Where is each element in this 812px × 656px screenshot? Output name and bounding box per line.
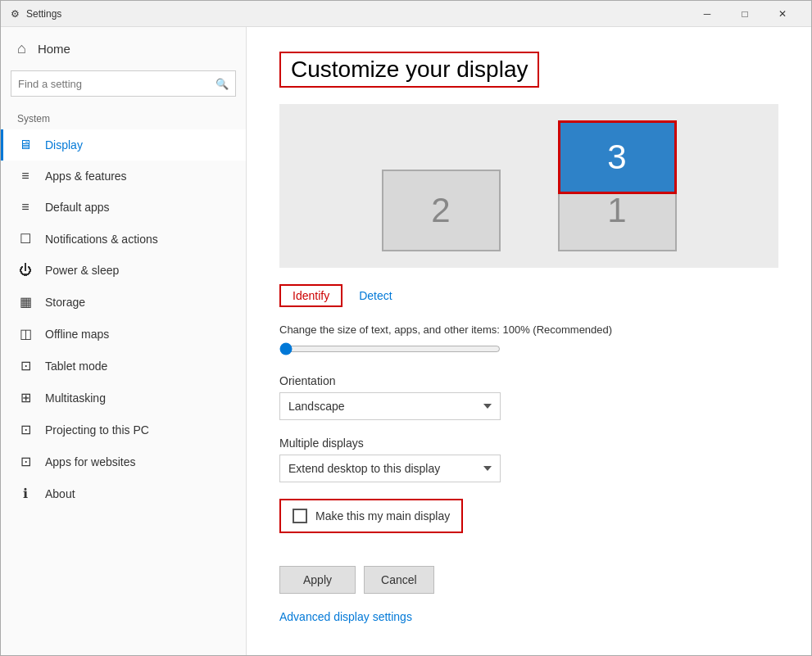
sidebar-item-label-apps-features: Apps & features: [45, 170, 127, 183]
search-box[interactable]: 🔍: [11, 70, 236, 97]
sidebar-item-apps-features[interactable]: ≡ Apps & features: [1, 161, 246, 192]
monitor-group: 2 1 3: [382, 120, 677, 251]
orientation-label: Orientation: [279, 374, 778, 387]
maximize-button[interactable]: □: [726, 1, 764, 27]
sidebar-item-projecting[interactable]: ⊡ Projecting to this PC: [1, 414, 246, 446]
sidebar-item-tablet-mode[interactable]: ⊡ Tablet mode: [1, 350, 246, 382]
apply-button[interactable]: Apply: [279, 566, 356, 594]
orientation-row: Orientation Landscape Portrait Landscape…: [279, 374, 778, 420]
sidebar-item-offline-maps[interactable]: ◫ Offline maps: [1, 318, 246, 350]
sidebar-item-apps-websites[interactable]: ⊡ Apps for websites: [1, 446, 246, 477]
close-button[interactable]: ✕: [764, 1, 801, 27]
text-size-label: Change the size of text, apps, and other…: [279, 323, 778, 336]
default-apps-icon: ≡: [17, 200, 34, 215]
home-label: Home: [38, 42, 70, 56]
sidebar-item-label-storage: Storage: [45, 296, 85, 309]
titlebar-controls: ─ □ ✕: [688, 1, 801, 27]
maps-icon: ◫: [17, 326, 34, 342]
sidebar-item-storage[interactable]: ▦ Storage: [1, 286, 246, 318]
power-icon: ⏻: [17, 263, 34, 278]
main-display-checkbox-wrapper: Make this my main display: [279, 499, 778, 550]
minimize-button[interactable]: ─: [688, 1, 726, 27]
advanced-display-settings-link[interactable]: Advanced display settings: [279, 610, 412, 623]
notifications-icon: ☐: [17, 231, 34, 247]
monitor-2[interactable]: 2: [382, 170, 501, 251]
page-title: Customize your display: [279, 52, 539, 88]
sidebar-section-label: System: [1, 106, 246, 129]
multiple-displays-row: Multiple displays Extend desktop to this…: [279, 437, 778, 482]
identify-button[interactable]: Identify: [279, 284, 342, 307]
settings-icon: ⚙: [11, 8, 20, 20]
sidebar-item-label-tablet-mode: Tablet mode: [45, 360, 107, 373]
sidebar-item-notifications-actions[interactable]: ☐ Notifications & actions: [1, 223, 246, 255]
search-icon: 🔍: [215, 78, 229, 90]
sidebar: ⌂ Home 🔍 System 🖥 Display ≡ Apps & featu…: [1, 27, 247, 656]
projecting-icon: ⊡: [17, 422, 34, 437]
titlebar: ⚙ Settings ─ □ ✕: [1, 1, 811, 27]
sidebar-item-about[interactable]: ℹ About: [1, 477, 246, 509]
app-body: ⌂ Home 🔍 System 🖥 Display ≡ Apps & featu…: [1, 27, 811, 656]
display-icon: 🖥: [17, 138, 34, 152]
multiple-displays-select[interactable]: Extend desktop to this display Duplicate…: [279, 455, 501, 482]
sidebar-item-label-power-sleep: Power & sleep: [45, 264, 119, 277]
apps-features-icon: ≡: [17, 169, 34, 183]
monitor-3[interactable]: 3: [558, 120, 677, 194]
text-size-setting: Change the size of text, apps, and other…: [279, 323, 778, 358]
monitor-3-label: 3: [607, 138, 626, 177]
monitor-2-label: 2: [431, 191, 450, 230]
display-preview: 2 1 3: [279, 104, 778, 268]
content-area: Customize your display 2 1 3 Identify De…: [247, 27, 811, 656]
home-icon: ⌂: [17, 40, 26, 57]
identify-detect-row: Identify Detect: [279, 284, 778, 307]
titlebar-left: ⚙ Settings: [11, 8, 61, 20]
monitor-1-label: 1: [607, 191, 626, 230]
sidebar-item-label-about: About: [45, 487, 75, 500]
sidebar-item-label-default-apps: Default apps: [45, 201, 110, 214]
cancel-button[interactable]: Cancel: [364, 566, 434, 594]
main-display-checkbox-text: Make this my main display: [315, 509, 450, 523]
search-input[interactable]: [18, 78, 215, 90]
sidebar-item-display[interactable]: 🖥 Display: [1, 129, 246, 161]
sidebar-item-label-notifications-actions: Notifications & actions: [45, 233, 158, 246]
orientation-select[interactable]: Landscape Portrait Landscape (flipped) P…: [279, 392, 501, 420]
action-buttons: Apply Cancel: [279, 566, 778, 594]
multitasking-icon: ⊞: [17, 390, 34, 405]
sidebar-item-label-projecting: Projecting to this PC: [45, 423, 149, 437]
about-icon: ℹ: [17, 486, 34, 501]
sidebar-item-label-apps-websites: Apps for websites: [45, 455, 136, 468]
sidebar-item-default-apps[interactable]: ≡ Default apps: [1, 192, 246, 223]
app-title: Settings: [26, 8, 61, 20]
text-size-slider[interactable]: [279, 342, 501, 355]
sidebar-item-label-multitasking: Multitasking: [45, 391, 106, 405]
sidebar-item-multitasking[interactable]: ⊞ Multitasking: [1, 382, 246, 414]
sidebar-item-label-offline-maps: Offline maps: [45, 328, 109, 341]
sidebar-item-label-display: Display: [45, 138, 83, 152]
detect-link[interactable]: Detect: [359, 289, 392, 302]
apps-websites-icon: ⊡: [17, 454, 34, 469]
main-display-checkbox[interactable]: [293, 509, 307, 523]
tablet-icon: ⊡: [17, 358, 34, 373]
storage-icon: ▦: [17, 294, 34, 310]
main-display-checkbox-label[interactable]: Make this my main display: [279, 499, 463, 533]
sidebar-item-home[interactable]: ⌂ Home: [1, 27, 246, 70]
multiple-displays-label: Multiple displays: [279, 437, 778, 450]
sidebar-item-power-sleep[interactable]: ⏻ Power & sleep: [1, 255, 246, 286]
